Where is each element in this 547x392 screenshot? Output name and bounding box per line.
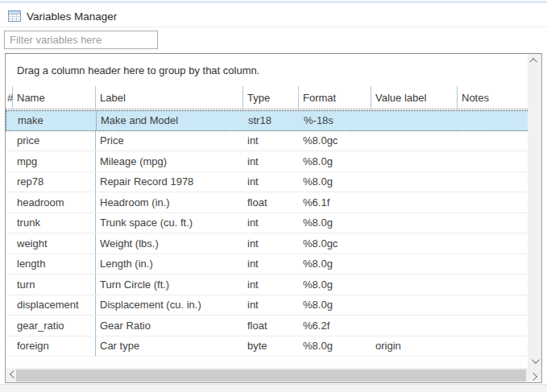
cell-type: int bbox=[243, 151, 299, 171]
cell-number bbox=[6, 274, 13, 295]
group-by-drop-area[interactable]: Drag a column header here to group by th… bbox=[6, 54, 528, 86]
cell-notes bbox=[458, 336, 528, 357]
cell-label: Gear Ratio bbox=[96, 316, 243, 336]
vertical-scrollbar[interactable] bbox=[528, 54, 541, 368]
cell-notes bbox=[458, 295, 528, 316]
cell-name: length bbox=[13, 254, 96, 274]
cell-format: %8.0g bbox=[299, 336, 371, 357]
column-header-format[interactable]: Format bbox=[299, 86, 371, 109]
table-row[interactable]: rep78 Repair Record 1978 int %8.0g bbox=[6, 172, 528, 193]
cell-notes bbox=[458, 151, 528, 171]
table-row[interactable]: trunk Trunk space (cu. ft.) int %8.0g bbox=[6, 213, 528, 234]
cell-type: int bbox=[243, 213, 299, 233]
title-bar: Variables Manager bbox=[8, 8, 117, 24]
cell-label: Car type bbox=[96, 336, 243, 357]
cell-number bbox=[6, 131, 13, 151]
cell-label: Displacement (cu. in.) bbox=[96, 295, 243, 316]
cell-value-label bbox=[372, 111, 458, 130]
cell-notes bbox=[458, 213, 528, 233]
table-row[interactable]: length Length (in.) int %8.0g bbox=[6, 254, 528, 275]
cell-name: gear_ratio bbox=[13, 316, 96, 336]
cell-type: int bbox=[243, 233, 299, 254]
cell-notes bbox=[458, 192, 528, 213]
cell-type: int bbox=[243, 274, 299, 295]
table-row[interactable]: price Price int %8.0gc bbox=[6, 131, 528, 152]
cell-number bbox=[6, 192, 13, 213]
table-row[interactable]: mpg Mileage (mpg) int %8.0g bbox=[6, 151, 528, 172]
cell-notes bbox=[458, 111, 528, 130]
cell-type: str18 bbox=[244, 111, 300, 130]
scroll-down-button[interactable] bbox=[528, 354, 541, 368]
table-row[interactable]: foreign Car type byte %8.0g origin bbox=[6, 336, 528, 357]
cell-number bbox=[6, 336, 13, 357]
cell-value-label bbox=[371, 316, 458, 336]
cell-name: mpg bbox=[13, 151, 96, 171]
cell-name: foreign bbox=[13, 336, 96, 357]
cell-format: %8.0g bbox=[299, 295, 371, 316]
cell-label: Headroom (in.) bbox=[96, 192, 243, 213]
table-row[interactable]: turn Turn Circle (ft.) int %8.0g bbox=[6, 274, 528, 295]
cell-format: %6.1f bbox=[299, 192, 371, 213]
cell-value-label bbox=[371, 151, 458, 171]
window-top-edge bbox=[0, 1, 547, 3]
cell-type: int bbox=[243, 295, 299, 316]
cell-name: trunk bbox=[13, 213, 96, 233]
cell-value-label bbox=[371, 172, 458, 192]
cell-label: Make and Model bbox=[97, 111, 244, 130]
scroll-right-button[interactable] bbox=[528, 369, 541, 382]
horizontal-scrollbar[interactable] bbox=[6, 368, 541, 382]
cell-number bbox=[6, 151, 13, 171]
column-header-value-label[interactable]: Value label bbox=[371, 86, 458, 109]
cell-label: Turn Circle (ft.) bbox=[96, 274, 243, 295]
cell-name: make bbox=[14, 111, 97, 130]
table-row[interactable]: headroom Headroom (in.) float %6.1f bbox=[6, 192, 528, 213]
column-header-number[interactable]: # bbox=[6, 86, 13, 109]
cell-name: turn bbox=[13, 274, 96, 295]
cell-format: %8.0gc bbox=[299, 131, 371, 151]
filter-variables-input[interactable] bbox=[4, 31, 158, 49]
cell-type: float bbox=[243, 316, 299, 336]
cell-number bbox=[6, 111, 14, 130]
cell-value-label bbox=[371, 254, 458, 274]
variables-table-panel: Drag a column header here to group by th… bbox=[5, 53, 542, 383]
cell-value-label bbox=[371, 213, 458, 233]
cell-notes bbox=[458, 172, 528, 192]
column-header-type[interactable]: Type bbox=[243, 86, 299, 109]
cell-number bbox=[6, 254, 13, 274]
cell-format: %8.0gc bbox=[299, 233, 371, 254]
horizontal-scrollbar-thumb[interactable] bbox=[16, 369, 526, 382]
cell-value-label: origin bbox=[371, 336, 458, 357]
column-header-notes[interactable]: Notes bbox=[458, 86, 528, 109]
table-row[interactable]: weight Weight (lbs.) int %8.0gc bbox=[6, 233, 528, 254]
cell-number bbox=[6, 172, 13, 192]
scroll-up-button[interactable] bbox=[528, 54, 541, 68]
cell-value-label bbox=[371, 233, 458, 254]
column-header-name[interactable]: Name bbox=[13, 86, 96, 109]
cell-type: float bbox=[243, 192, 299, 213]
variables-manager-grid-icon bbox=[8, 10, 21, 23]
cell-format: %-18s bbox=[300, 111, 372, 130]
cell-value-label bbox=[371, 131, 458, 151]
cell-format: %8.0g bbox=[299, 254, 371, 274]
cell-label: Weight (lbs.) bbox=[96, 233, 243, 254]
chevron-up-icon bbox=[529, 58, 537, 66]
cell-type: int bbox=[243, 172, 299, 192]
cell-notes bbox=[458, 316, 528, 336]
table-row[interactable]: displacement Displacement (cu. in.) int … bbox=[6, 295, 528, 316]
column-header-label[interactable]: Label bbox=[96, 86, 243, 109]
table-row[interactable]: make Make and Model str18 %-18s bbox=[6, 110, 528, 131]
cell-number bbox=[6, 316, 13, 336]
cell-value-label bbox=[371, 274, 458, 295]
cell-value-label bbox=[371, 295, 458, 316]
cell-notes bbox=[458, 254, 528, 274]
cell-format: %8.0g bbox=[299, 213, 371, 233]
cell-notes bbox=[458, 131, 528, 151]
cell-format: %6.2f bbox=[299, 316, 371, 336]
group-by-hint-text: Drag a column header here to group by th… bbox=[17, 64, 259, 76]
cell-name: displacement bbox=[13, 295, 96, 316]
cell-label: Length (in.) bbox=[96, 254, 243, 274]
table-row[interactable]: gear_ratio Gear Ratio float %6.2f bbox=[6, 316, 528, 336]
chevron-right-icon bbox=[529, 372, 537, 380]
cell-name: weight bbox=[13, 233, 96, 254]
cell-label: Trunk space (cu. ft.) bbox=[96, 213, 243, 233]
